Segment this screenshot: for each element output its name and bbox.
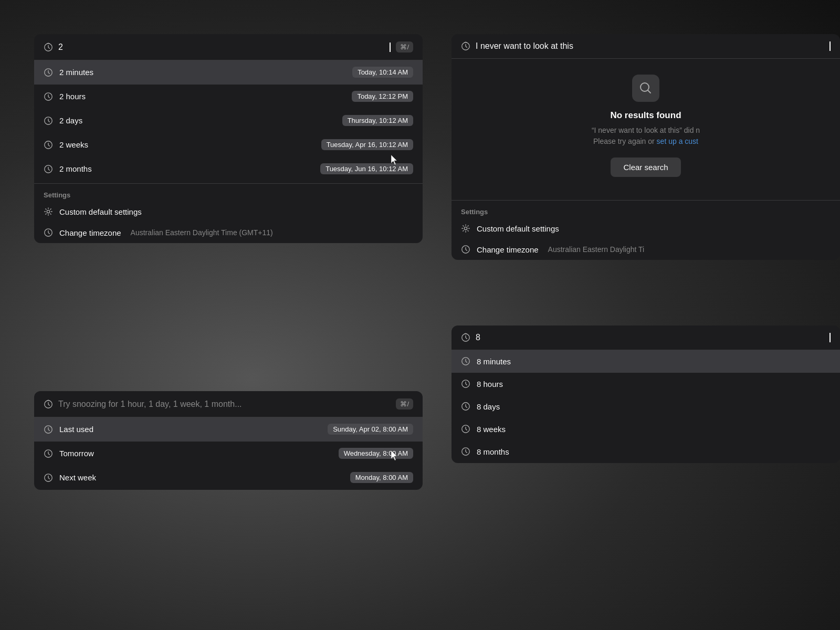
result-item-8wk[interactable]: 8 weeks (452, 418, 840, 440)
settings-tz-sublabel-tr: Australian Eastern Daylight Ti (548, 245, 645, 254)
result-label-2day: 2 days (59, 116, 336, 125)
result-item-tomorrow[interactable]: Tomorrow Wednesday, 8:00 AM (34, 442, 423, 466)
snooze-icon-bl (44, 400, 53, 409)
clock-icon-next-week (44, 473, 53, 482)
svg-point-10 (464, 227, 467, 229)
result-item-2mo[interactable]: 2 months Tuesday, Jun 16, 10:12 AM (34, 157, 423, 181)
search-bar-tr[interactable]: I never want to look at this (452, 34, 840, 59)
result-label-8hr: 8 hours (477, 380, 831, 388)
search-bar-tl[interactable]: 2 ⌘/ (34, 34, 423, 60)
settings-header-tl: Settings (34, 186, 423, 201)
result-date-2wk: Tuesday, Apr 16, 10:12 AM (321, 139, 413, 150)
no-results-icon (632, 75, 659, 102)
result-item-8min[interactable]: 8 minutes (452, 350, 840, 373)
clock-icon-8min (461, 356, 470, 366)
result-item-2wk[interactable]: 2 weeks Tuesday, Apr 16, 10:12 AM (34, 133, 423, 157)
clock-icon-8day (461, 402, 470, 411)
clock-icon-2wk (44, 140, 53, 150)
clock-icon-2mo (44, 164, 53, 174)
result-label-8mo: 8 months (477, 447, 831, 456)
result-item-2day[interactable]: 2 days Thursday, 10:12 AM (34, 109, 423, 133)
settings-custom-tl[interactable]: Custom default settings (34, 201, 423, 222)
snooze-icon-br (461, 333, 470, 342)
search-input-br[interactable]: 8 (476, 333, 824, 342)
snooze-icon-tl (44, 43, 53, 52)
result-date-tomorrow: Wednesday, 8:00 AM (339, 448, 413, 459)
clock-icon-tz-tr (461, 245, 470, 254)
settings-header-tr: Settings (452, 203, 840, 218)
clear-search-button[interactable]: Clear search (611, 158, 680, 177)
result-label-tomorrow: Tomorrow (59, 449, 332, 458)
search-input-tl[interactable]: 2 (58, 43, 384, 52)
snooze-icon-tr (461, 41, 470, 51)
panel-top-left: 2 ⌘/ 2 minutes Today, 10:14 AM 2 hours T… (34, 34, 423, 243)
result-label-8wk: 8 weeks (477, 425, 831, 434)
result-date-2day: Thursday, 10:12 AM (342, 115, 413, 126)
gear-icon-tl (44, 207, 53, 216)
settings-custom-label-tr: Custom default settings (477, 224, 559, 233)
cursor-tr (830, 41, 831, 51)
result-date-2min: Today, 10:14 AM (352, 67, 413, 78)
result-item-last-used[interactable]: Last used Sunday, Apr 02, 8:00 AM (34, 417, 423, 442)
custom-snooze-link[interactable]: set up a cust (657, 137, 698, 145)
panel-bottom-right: 8 8 minutes 8 hours 8 days 8 weeks (452, 326, 840, 463)
result-label-2hr: 2 hours (59, 92, 345, 101)
settings-tz-label-tl: Change timezone (59, 228, 121, 237)
clock-icon-2hr (44, 92, 53, 101)
clock-icon-8wk (461, 424, 470, 434)
result-item-8day[interactable]: 8 days (452, 395, 840, 418)
search-bar-bl[interactable]: Try snoozing for 1 hour, 1 day, 1 week, … (34, 391, 423, 417)
no-results-desc: “I never want to look at this” did n Ple… (592, 125, 700, 147)
no-results-title: No results found (610, 110, 681, 121)
search-placeholder-bl: Try snoozing for 1 hour, 1 day, 1 week, … (58, 400, 242, 409)
result-label-2min: 2 minutes (59, 68, 346, 77)
no-results-section: No results found “I never want to look a… (452, 59, 840, 198)
clock-icon-8mo (461, 447, 470, 456)
settings-custom-label-tl: Custom default settings (59, 207, 142, 216)
result-label-2wk: 2 weeks (59, 140, 315, 149)
settings-tz-sublabel-tl: Australian Eastern Daylight Time (GMT+11… (131, 228, 273, 237)
panel-bottom-left: Try snoozing for 1 hour, 1 day, 1 week, … (34, 391, 423, 490)
result-item-8mo[interactable]: 8 months (452, 440, 840, 463)
settings-custom-tr[interactable]: Custom default settings (452, 218, 840, 239)
clock-icon-tz-tl (44, 228, 53, 237)
svg-point-6 (47, 210, 49, 213)
clock-icon-2min (44, 68, 53, 77)
kbd-shortcut-tl: ⌘/ (396, 41, 413, 52)
divider-tr (452, 200, 840, 201)
clock-icon-2day (44, 116, 53, 125)
result-label-last-used: Last used (59, 425, 321, 434)
result-date-2hr: Today, 12:12 PM (352, 91, 413, 102)
clock-icon-tomorrow (44, 449, 53, 458)
clock-icon-last-used (44, 425, 53, 434)
result-date-next-week: Monday, 8:00 AM (350, 472, 413, 483)
divider-tl (34, 183, 423, 184)
settings-timezone-tr[interactable]: Change timezone Australian Eastern Dayli… (452, 239, 840, 260)
result-item-2hr[interactable]: 2 hours Today, 12:12 PM (34, 85, 423, 109)
result-item-next-week[interactable]: Next week Monday, 8:00 AM (34, 466, 423, 490)
panel-top-right: I never want to look at this No results … (452, 34, 840, 260)
clock-icon-8hr (461, 379, 470, 388)
cursor-br (830, 333, 831, 342)
kbd-shortcut-bl: ⌘/ (396, 398, 413, 410)
result-label-8min: 8 minutes (477, 357, 831, 366)
result-item-2min[interactable]: 2 minutes Today, 10:14 AM (34, 60, 423, 85)
result-label-next-week: Next week (59, 473, 344, 482)
result-item-8hr[interactable]: 8 hours (452, 373, 840, 395)
settings-tz-label-tr: Change timezone (477, 245, 539, 254)
gear-icon-tr (461, 224, 470, 233)
search-bar-br[interactable]: 8 (452, 326, 840, 350)
result-label-8day: 8 days (477, 402, 831, 411)
result-label-2mo: 2 months (59, 164, 314, 173)
settings-timezone-tl[interactable]: Change timezone Australian Eastern Dayli… (34, 222, 423, 243)
result-date-2mo: Tuesday, Jun 16, 10:12 AM (320, 163, 413, 174)
cursor-tl (390, 43, 391, 52)
search-input-tr[interactable]: I never want to look at this (476, 41, 824, 51)
result-date-last-used: Sunday, Apr 02, 8:00 AM (328, 424, 413, 435)
